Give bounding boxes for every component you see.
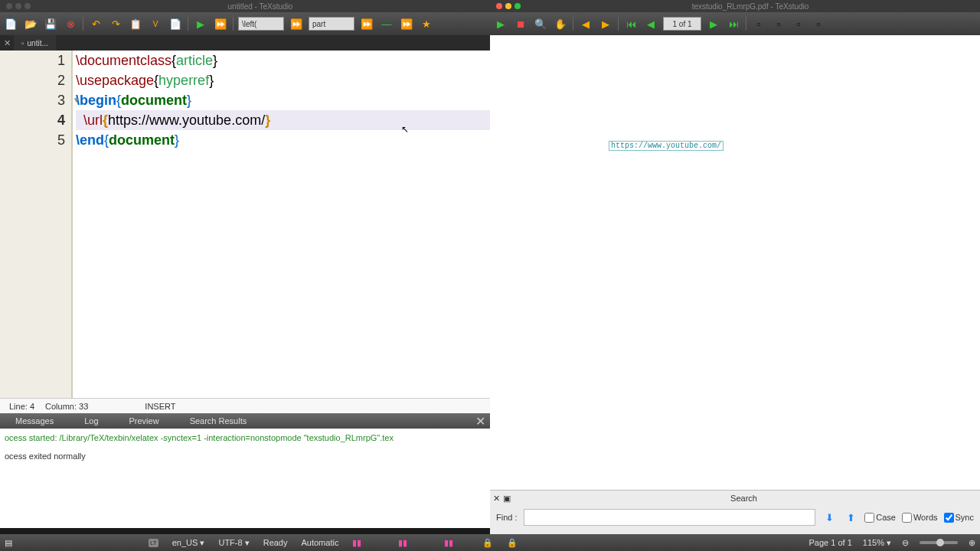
editor-toolbar: 📄 📂 💾 ⊗ ↶ ↷ 📋 V 📄 ▶ ⏩ ⏩ ⏩ — ⏩ ★ [0, 12, 490, 35]
panel-close-icon[interactable]: ✕ [471, 414, 490, 429]
pdf-toolbar: ▶ ⏹ 🔍 ✋ ◀ ▶ ⏮ ◀ ▶ ⏭ ▫ ▫ ▫ ▫ [490, 12, 980, 35]
line-number: 2 [0, 70, 65, 90]
file-icon: ▫ [21, 39, 24, 47]
statusbar: ▤ LT en_US ▾ UTF-8 ▾ Ready Automatic ▮▮ … [0, 534, 980, 551]
line-number: 3▼ [0, 90, 65, 110]
search-popout-icon[interactable]: ▣ [503, 494, 511, 504]
save-file-icon[interactable]: 💾 [43, 16, 58, 31]
line-number: 4 [0, 110, 65, 130]
insert-mode: INSERT [145, 402, 175, 411]
pdf-stop-icon[interactable]: ⏹ [513, 16, 528, 31]
new-file-icon[interactable]: 📄 [3, 16, 18, 31]
search-close-icon[interactable]: ✕ [493, 494, 500, 504]
hand-icon[interactable]: ✋ [553, 16, 568, 31]
page-input[interactable] [663, 17, 701, 31]
copy-icon[interactable]: 📋 [128, 16, 143, 31]
last-page-icon[interactable]: ⏭ [726, 16, 741, 31]
lang-selector[interactable]: en_US ▾ [172, 538, 205, 548]
code-editor[interactable]: 1 2 3▼ 4 5 \documentclass{article} \usep… [0, 51, 490, 398]
next3-icon[interactable]: ⏩ [399, 16, 414, 31]
sync-checkbox[interactable]: Sync [944, 513, 974, 523]
pdf-compile-icon[interactable]: ▶ [493, 16, 508, 31]
tab-preview[interactable]: Preview [114, 413, 175, 429]
pdf-viewer[interactable]: https://www.youtube.com/ [490, 35, 980, 490]
forward-icon[interactable]: ▶ [598, 16, 613, 31]
paste-icon[interactable]: V [148, 16, 163, 31]
fit3-icon[interactable]: ▫ [791, 16, 806, 31]
log-panel: ocess started: /Library/TeX/texbin/xelat… [0, 429, 490, 528]
prev-page-icon[interactable]: ◀ [643, 16, 658, 31]
lock2-icon: 🔒 [507, 538, 518, 548]
line-number: 1 [0, 51, 65, 70]
lt-badge: LT [149, 539, 158, 547]
tab-messages[interactable]: Messages [0, 413, 69, 429]
find-label: Find : [496, 513, 518, 522]
ready-status: Ready [263, 538, 288, 547]
back-icon[interactable]: ◀ [578, 16, 593, 31]
auto-status: Automatic [301, 538, 338, 547]
log-line: ocess started: /Library/TeX/texbin/xelat… [5, 433, 485, 442]
tab-search-results[interactable]: Search Results [175, 413, 263, 429]
line-number: 5 [0, 130, 65, 150]
zoom-level[interactable]: 115% ▾ [863, 538, 891, 548]
encoding-selector[interactable]: UTF-8 ▾ [218, 538, 249, 548]
log-line: ocess exited normally [5, 452, 485, 461]
pdf-search-panel: ✕ ▣ Search Find : ⬇ ⬆ Case Words Sync [490, 490, 980, 534]
editor-title: untitled - TeXstudio [37, 2, 484, 11]
pdf-titlebar: texstudio_RLmrpG.pdf - TeXstudio [490, 0, 980, 12]
line-gutter: 1 2 3▼ 4 5 [0, 51, 73, 398]
first-page-icon[interactable]: ⏮ [623, 16, 639, 31]
minus-icon[interactable]: — [379, 16, 394, 31]
traffic-lights-left [6, 3, 31, 9]
editor-titlebar: untitled - TeXstudio [0, 0, 490, 12]
status-icon[interactable]: ▤ [5, 538, 12, 548]
section-input[interactable] [309, 17, 354, 31]
delimiter-input[interactable] [238, 17, 284, 31]
compile-icon[interactable]: ▶ [193, 16, 208, 31]
undo-icon[interactable]: ↶ [88, 16, 103, 31]
zoom-slider[interactable] [920, 541, 958, 544]
fold-icon[interactable]: ▼ [73, 90, 80, 110]
compile-next-icon[interactable]: ⏩ [213, 16, 228, 31]
open-file-icon[interactable]: 📂 [23, 16, 38, 31]
case-checkbox[interactable]: Case [864, 513, 896, 523]
tab-close-icon[interactable]: ✕ [0, 36, 14, 50]
words-checkbox[interactable]: Words [902, 513, 938, 523]
next-page-icon[interactable]: ▶ [706, 16, 721, 31]
close-icon[interactable]: ⊗ [63, 16, 78, 31]
doc-icon[interactable]: 📄 [168, 16, 183, 31]
code-area[interactable]: \documentclass{article} \usepackage{hype… [73, 51, 490, 398]
zoom-in-icon[interactable]: ⊕ [969, 538, 975, 548]
search-title: Search [511, 494, 977, 503]
file-tab[interactable]: ▫ untit... [14, 35, 56, 51]
next1-icon[interactable]: ⏩ [289, 16, 304, 31]
next2-icon[interactable]: ⏩ [359, 16, 374, 31]
tab-label: untit... [28, 39, 48, 47]
star-icon[interactable]: ★ [419, 16, 434, 31]
marker2-icon[interactable]: ▮▮ [398, 538, 407, 548]
bottom-panel-tabs: Messages Log Preview Search Results ✕ [0, 413, 490, 429]
traffic-lights-right [496, 3, 521, 9]
pdf-hyperlink[interactable]: https://www.youtube.com/ [609, 141, 724, 151]
tab-log[interactable]: Log [69, 413, 113, 429]
cursor-status: Line: 4 Column: 33 INSERT [0, 398, 490, 413]
marker1-icon[interactable]: ▮▮ [352, 538, 361, 548]
fit1-icon[interactable]: ▫ [751, 16, 766, 31]
pdf-title: texstudio_RLmrpG.pdf - TeXstudio [527, 2, 974, 11]
marker3-icon[interactable]: ▮▮ [444, 538, 453, 548]
search-icon[interactable]: 🔍 [533, 16, 548, 31]
page-status: Page 1 of 1 [809, 538, 852, 547]
redo-icon[interactable]: ↷ [108, 16, 123, 31]
search-up-icon[interactable]: ⬆ [843, 510, 858, 525]
fit4-icon[interactable]: ▫ [811, 16, 826, 31]
fit2-icon[interactable]: ▫ [771, 16, 786, 31]
editor-tabbar: ✕ ▫ untit... [0, 35, 490, 51]
lock1-icon: 🔒 [482, 538, 493, 548]
search-down-icon[interactable]: ⬇ [822, 510, 837, 525]
search-input[interactable] [524, 509, 816, 526]
zoom-out-icon[interactable]: ⊖ [902, 538, 909, 548]
